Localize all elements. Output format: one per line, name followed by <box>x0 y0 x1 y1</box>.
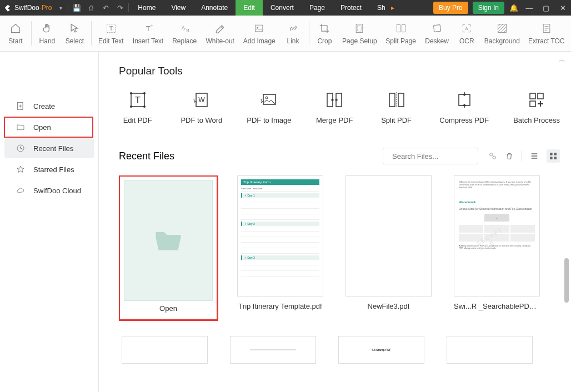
svg-text:A: A <box>465 26 468 31</box>
tool-background[interactable]: Background <box>480 19 524 47</box>
svg-text:A: A <box>182 25 185 31</box>
file-card[interactable]: Teacher's <box>444 336 535 365</box>
maximize-button[interactable]: ▢ <box>538 4 554 12</box>
tool-hand[interactable]: Hand <box>34 19 61 47</box>
cloud-icon <box>16 186 26 195</box>
tool-merge-pdf[interactable]: Merge PDF <box>316 91 353 124</box>
file-thumb <box>122 336 208 364</box>
menu-protect[interactable]: Protect <box>333 0 369 16</box>
menu-share[interactable]: Sh <box>369 0 393 16</box>
file-card[interactable] <box>119 336 211 365</box>
sidebar-recent-files[interactable]: Recent Files <box>4 138 94 158</box>
svg-rect-31 <box>389 93 395 107</box>
menu-annotate[interactable]: Annotate <box>193 0 236 16</box>
sidebar-label: Create <box>33 102 55 110</box>
buy-pro-button[interactable]: Buy Pro <box>433 2 468 14</box>
svg-point-20 <box>130 92 132 94</box>
sidebar-label: Starred Files <box>33 165 74 174</box>
sidebar-starred[interactable]: Starred Files <box>4 159 94 179</box>
tool-compress-pdf[interactable]: Compress PDF <box>439 91 489 124</box>
tool-insert-text[interactable]: T+Insert Text <box>128 19 168 47</box>
save-icon[interactable]: 💾 <box>69 4 84 12</box>
search-input[interactable] <box>392 152 485 160</box>
popular-tools-row: TEdit PDF WPDF to Word PDF to Image Merg… <box>119 91 560 124</box>
menu-edit[interactable]: Edit <box>236 0 263 16</box>
svg-rect-13 <box>434 25 440 32</box>
sidebar-cloud[interactable]: SwifDoo Cloud <box>4 180 94 200</box>
sidebar-label: SwifDoo Cloud <box>33 187 81 195</box>
delete-icon[interactable] <box>505 152 514 160</box>
file-name: NewFile3.pdf <box>368 302 410 310</box>
svg-point-22 <box>130 105 132 108</box>
redo-icon[interactable]: ↷ <box>113 4 127 12</box>
tool-pdf-to-word[interactable]: WPDF to Word <box>181 91 222 124</box>
recent-files-title: Recent Files <box>119 150 383 162</box>
search-box[interactable] <box>383 148 478 164</box>
divider <box>68 3 68 12</box>
svg-text:B: B <box>187 28 190 33</box>
tool-page-setup[interactable]: Page Setup <box>338 19 381 47</box>
svg-point-28 <box>266 97 268 99</box>
svg-rect-40 <box>550 153 553 155</box>
grid-view-icon[interactable] <box>547 149 560 163</box>
file-card[interactable]: Different file formats have different ad… <box>451 175 543 320</box>
list-view-icon[interactable] <box>530 152 539 160</box>
tool-link[interactable]: Link <box>280 19 307 47</box>
menu-convert[interactable]: Convert <box>263 0 302 16</box>
scrollbar[interactable] <box>564 258 569 303</box>
bell-icon[interactable]: 🔔 <box>507 4 521 12</box>
print-icon[interactable]: ⎙ <box>84 4 98 12</box>
file-card[interactable] <box>227 336 319 365</box>
tool-edit-text[interactable]: TEdit Text <box>94 19 128 47</box>
svg-rect-41 <box>554 153 557 155</box>
tool-pdf-to-image[interactable]: PDF to Image <box>247 91 291 124</box>
tool-crop[interactable]: Crop <box>311 19 338 47</box>
svg-rect-10 <box>397 24 400 32</box>
open-thumb <box>124 180 213 301</box>
tool-whiteout[interactable]: White-out <box>202 19 239 47</box>
sign-in-button[interactable]: Sign In <box>473 2 504 14</box>
minimize-button[interactable]: — <box>521 4 538 12</box>
menu-view[interactable]: View <box>163 0 193 16</box>
undo-icon[interactable]: ↶ <box>98 4 113 12</box>
tool-ocr[interactable]: AOCR <box>453 19 480 47</box>
svg-rect-12 <box>433 24 440 32</box>
menu-home[interactable]: Home <box>130 0 163 16</box>
tool-extract-toc[interactable]: Extract TOC <box>524 19 569 47</box>
star-icon <box>16 165 26 174</box>
sidebar-create[interactable]: Create <box>4 96 94 116</box>
file-open-card[interactable]: Open <box>119 175 218 320</box>
divider <box>128 3 129 12</box>
tool-replace[interactable]: ABReplace <box>168 19 202 47</box>
tool-split-page[interactable]: Split Page <box>381 19 420 47</box>
sidebar-open[interactable]: Open <box>4 117 93 137</box>
file-thumb: Trip Itinerary Form Start Date · End Dat… <box>237 175 323 296</box>
svg-point-7 <box>257 27 258 28</box>
tool-deskew[interactable]: Deskew <box>420 19 453 47</box>
svg-rect-42 <box>550 157 553 159</box>
file-card[interactable]: 4.6 Stamp PDF <box>335 336 427 365</box>
file-thumb <box>230 336 316 364</box>
close-button[interactable]: ✕ <box>554 4 571 12</box>
svg-text:T: T <box>109 24 113 32</box>
tool-batch-process[interactable]: Batch Process <box>513 91 560 124</box>
svg-rect-6 <box>255 25 262 32</box>
app-dropdown-icon[interactable]: ▾ <box>59 5 62 11</box>
tool-split-pdf[interactable]: Split PDF <box>378 91 415 124</box>
file-card[interactable]: NewFile3.pdf <box>343 175 434 320</box>
popular-tools-title: Popular Tools <box>119 65 560 77</box>
file-name: Open <box>159 304 177 313</box>
file-thumb: Teacher's <box>447 336 533 364</box>
tool-start[interactable]: Start <box>2 19 29 47</box>
sidebar-label: Recent Files <box>33 144 73 153</box>
menu-page[interactable]: Page <box>302 0 333 16</box>
tool-select[interactable]: Select <box>61 19 89 47</box>
create-icon <box>16 102 26 110</box>
pin-icon[interactable] <box>488 152 497 160</box>
titlebar: SwifDoo-Pro ▾ 💾 ⎙ ↶ ↷ Home View Annotate… <box>0 0 571 16</box>
tool-edit-pdf[interactable]: TEdit PDF <box>119 91 156 124</box>
file-card[interactable]: Trip Itinerary Form Start Date · End Dat… <box>234 175 326 320</box>
tool-add-image[interactable]: Add Image <box>239 19 280 47</box>
svg-point-38 <box>490 153 493 156</box>
clock-icon <box>16 144 26 153</box>
